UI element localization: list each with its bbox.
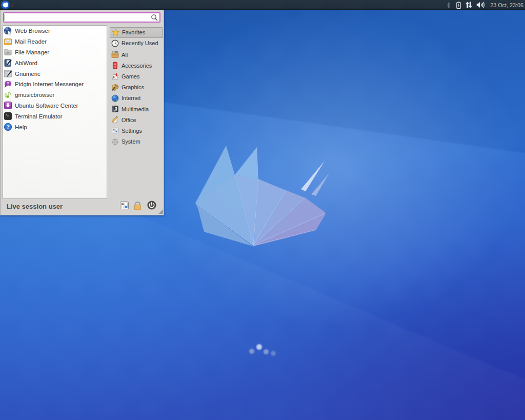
svg-text:?: ?	[6, 124, 10, 130]
